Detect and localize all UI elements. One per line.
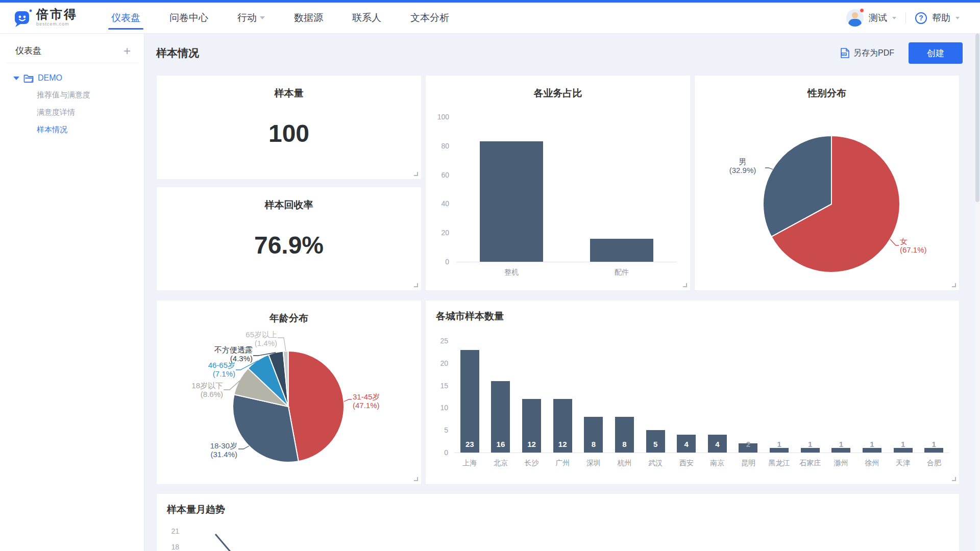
tree-item-sample-status[interactable]: 样本情况 [0, 125, 144, 135]
help-question-icon[interactable]: ? [915, 12, 927, 24]
pie-slice-31-45岁[interactable] [288, 351, 344, 461]
dashboard-tree: DEMO 推荐值与满意度 满意度详情 样本情况 [0, 73, 144, 135]
bestcem-logo[interactable]: 倍市得 bestcem.com [13, 8, 78, 28]
page-scrollbar[interactable] [975, 34, 980, 551]
x-axis-label: 昆明 [733, 459, 764, 468]
kpi-recovery-rate-value: 76.9% [157, 231, 421, 259]
bar-合肥[interactable] [924, 448, 943, 453]
x-axis-line [454, 453, 949, 453]
help-label[interactable]: 帮助 [932, 12, 950, 24]
bar-黑龙江[interactable] [770, 448, 789, 453]
nav-survey-center-label: 问卷中心 [169, 11, 208, 24]
bar-value-label: 12 [551, 440, 574, 448]
nav-data-source[interactable]: 数据源 [294, 3, 323, 33]
bar-value-label: 1 [923, 440, 945, 448]
y-tick-label: 40 [427, 199, 449, 208]
card-gender-distribution: 性别分布 女(67.1%)男(32.9%) [694, 75, 960, 291]
x-axis-label: 配件 [567, 268, 677, 277]
tree-node-demo[interactable]: DEMO [0, 73, 144, 83]
y-tick-label: 20 [428, 359, 448, 367]
divider [905, 12, 906, 23]
y-tick-label: 5 [428, 426, 448, 434]
pie-label-leader [890, 239, 899, 245]
y-tick-label: 100 [427, 113, 449, 121]
kpi-sample-count-value: 100 [157, 119, 421, 147]
add-dashboard-icon[interactable]: + [124, 46, 131, 56]
resize-handle[interactable] [952, 283, 956, 287]
bar-滁州[interactable] [831, 448, 850, 453]
y-tick-label: 0 [428, 448, 448, 457]
card-city-sample-count: 各城市样本数量 0510152025上海23北京16长沙12广州12深圳8杭州8… [425, 300, 960, 485]
nav-dashboard-label: 仪表盘 [111, 11, 140, 24]
y-tick-label: 10 [428, 404, 448, 412]
nav-contacts[interactable]: 联系人 [352, 3, 381, 33]
save-as-pdf-button[interactable]: PDF 另存为PDF [841, 48, 894, 59]
x-axis-label: 南京 [702, 459, 733, 468]
bar-配件[interactable] [590, 239, 653, 262]
save-as-pdf-label: 另存为PDF [853, 48, 894, 59]
resize-handle[interactable] [414, 172, 418, 176]
x-axis-label: 黑龙江 [764, 459, 795, 468]
gender-pie-chart: 女(67.1%)男(32.9%) [695, 76, 959, 290]
y-tick-label: 15 [428, 382, 448, 390]
logo-title: 倍市得 [36, 8, 78, 21]
nav-action[interactable]: 行动 [237, 3, 265, 33]
x-axis-label: 广州 [547, 459, 578, 468]
chart-title: 样本量 [157, 87, 421, 100]
resize-handle[interactable] [414, 283, 418, 287]
pie-label-leader [238, 446, 249, 449]
card-business-share: 各业务占比 020406080100整机配件 [425, 75, 691, 291]
pie-label-女: 女(67.1%) [900, 237, 941, 254]
x-axis-label: 天津 [888, 459, 919, 468]
x-axis-label: 合肥 [918, 459, 949, 468]
resize-handle[interactable] [683, 283, 687, 287]
sidebar-title: 仪表盘 [15, 45, 41, 57]
pie-label-65岁以上: 65岁以上(1.4%) [231, 330, 277, 347]
svg-text:PDF: PDF [842, 53, 846, 56]
bar-上海[interactable] [460, 350, 479, 453]
bar-value-label: 1 [830, 440, 852, 448]
nav-dashboard[interactable]: 仪表盘 [111, 3, 140, 33]
notification-dot [860, 8, 864, 13]
bar-石家庄[interactable] [801, 448, 820, 453]
bar-天津[interactable] [894, 448, 913, 453]
x-axis-label: 北京 [485, 459, 517, 468]
bar-value-label: 8 [613, 440, 635, 448]
pie-label-leader [344, 399, 352, 402]
logo-subtitle: bestcem.com [36, 21, 78, 27]
bar-value-label: 16 [489, 440, 512, 448]
nav-survey-center[interactable]: 问卷中心 [169, 3, 208, 33]
pie-label-18-30岁: 18-30岁(31.4%) [192, 441, 237, 459]
nav-action-label: 行动 [237, 11, 257, 24]
x-axis-label: 长沙 [516, 459, 547, 468]
y-tick-label: 60 [427, 171, 449, 179]
trend-line-svg [157, 494, 959, 551]
resize-handle[interactable] [414, 477, 418, 481]
top-navigation-bar: 倍市得 bestcem.com 仪表盘 问卷中心 行动 数据源 联系人 文本分析… [0, 0, 980, 34]
content-header: 样本情况 PDF 另存为PDF 创建 [156, 41, 963, 65]
chevron-down-icon[interactable] [13, 77, 19, 80]
scrollbar-thumb[interactable] [975, 34, 979, 202]
chevron-down-icon[interactable] [955, 17, 960, 19]
user-name[interactable]: 测试 [869, 12, 887, 24]
pie-label-男: 男(32.9%) [721, 157, 764, 174]
bar-徐州[interactable] [863, 448, 881, 453]
bar-value-label: 12 [521, 440, 543, 448]
tree-item-nps-satisfaction[interactable]: 推荐值与满意度 [0, 90, 144, 100]
bar-整机[interactable] [480, 141, 543, 262]
main-content: 样本情况 PDF 另存为PDF 创建 样本量 100 样本回收率 [144, 34, 980, 551]
chart-title: 样本回收率 [157, 198, 421, 212]
pie-label-leader [765, 168, 773, 169]
user-avatar[interactable] [846, 9, 864, 27]
pie-label-leader [278, 338, 286, 351]
bar-value-label: 5 [644, 440, 667, 448]
create-button[interactable]: 创建 [909, 42, 963, 64]
tree-item-satisfaction-detail[interactable]: 满意度详情 [0, 108, 144, 117]
folder-icon [23, 74, 34, 83]
bar-value-label: 1 [892, 440, 914, 448]
chevron-down-icon[interactable] [892, 17, 896, 19]
y-tick-label: 80 [427, 142, 449, 150]
resize-handle[interactable] [952, 477, 956, 481]
nav-text-analysis[interactable]: 文本分析 [410, 3, 449, 33]
page-title: 样本情况 [156, 46, 199, 60]
